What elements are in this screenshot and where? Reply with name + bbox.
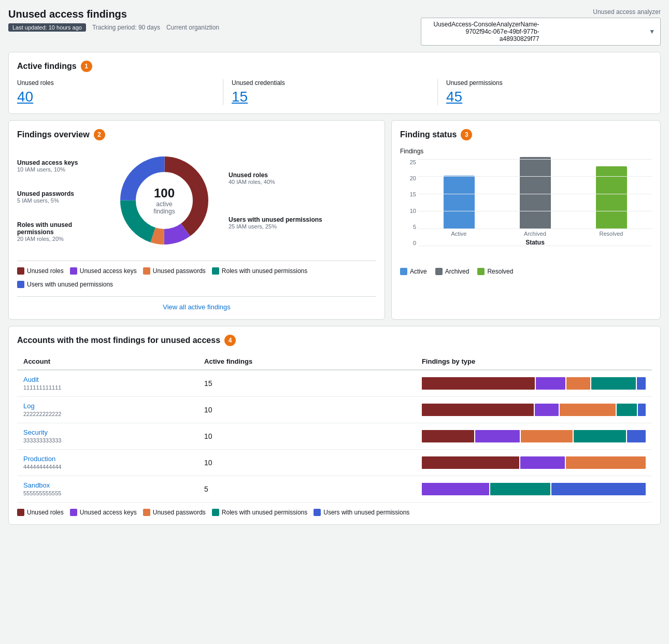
metric-unused-credentials-value[interactable]: 15 xyxy=(232,89,429,105)
table-row: Log22222222222210 xyxy=(17,397,652,423)
bar-segment xyxy=(475,430,520,442)
account-id: 111111111111 xyxy=(23,384,61,391)
account-name-link[interactable]: Audit xyxy=(23,376,192,383)
bar-resolved: Resolved xyxy=(581,166,642,237)
tracking-period: Tracking period: 90 days xyxy=(92,24,160,31)
legend-dot xyxy=(143,509,150,516)
bar-segment xyxy=(535,404,559,416)
bar-stack xyxy=(422,404,646,416)
finding-status-badge: 3 xyxy=(461,129,472,140)
analyzer-value: UusedAccess-ConsoleAnalyzerName-9702f94c… xyxy=(426,21,539,42)
donut-label-users-unused: Users with unused permissions 25 IAM use… xyxy=(229,216,322,230)
donut-unused-passwords-sub: 5 IAM users, 5% xyxy=(17,197,100,204)
bar-segment xyxy=(617,404,637,416)
legend-dot xyxy=(70,509,77,516)
donut-center-text: activefindings xyxy=(153,201,175,215)
donut-label-passwords: Unused access keys 10 IAM users, 10% xyxy=(17,159,100,173)
legend-item: Users with unused permissions xyxy=(314,509,409,516)
legend-item: Unused roles xyxy=(17,509,64,516)
bar-segment xyxy=(591,377,636,390)
accounts-legend: Unused rolesUnused access keysUnused pas… xyxy=(17,509,652,516)
findings-overview-badge: 2 xyxy=(94,129,105,140)
table-row: Audit11111111111115 xyxy=(17,370,652,397)
account-name-link[interactable]: Production xyxy=(23,455,192,463)
active-count: 5 xyxy=(204,485,208,493)
active-findings-badge: 1 xyxy=(81,61,92,72)
active-count: 15 xyxy=(204,379,212,388)
account-id: 555555555555 xyxy=(23,490,61,496)
donut-label-roles-unused: Roles with unused permissions 20 IAM rol… xyxy=(17,221,100,242)
bar-stack xyxy=(422,430,646,442)
metric-unused-permissions-label: Unused permissions xyxy=(446,79,644,87)
analyzer-label: Unused access analyzer xyxy=(421,8,661,16)
finding-status-card: Finding status 3 Findings 25 20 15 10 5 … xyxy=(391,120,661,320)
col-account: Account xyxy=(17,353,198,370)
metric-unused-roles: Unused roles 40 xyxy=(17,79,223,105)
bar-segment xyxy=(520,456,565,469)
active-findings-card: Active findings 1 Unused roles 40 Unused… xyxy=(8,52,661,114)
bar-segment xyxy=(521,430,573,442)
bar-archived: Archived xyxy=(505,157,565,237)
findings-metrics: Unused roles 40 Unused credentials 15 Un… xyxy=(17,79,652,105)
metric-unused-credentials: Unused credentials 15 xyxy=(223,79,438,105)
legend-dot xyxy=(212,509,219,516)
bar-segment xyxy=(560,404,616,416)
bar-segment xyxy=(422,404,534,416)
donut-chart: 100 activefindings xyxy=(112,149,216,252)
bar-segment xyxy=(566,377,590,390)
legend-item: Unused passwords xyxy=(143,509,206,516)
analyzer-select[interactable]: UusedAccess-ConsoleAnalyzerName-9702f94c… xyxy=(421,18,661,46)
col-active-findings: Active findings xyxy=(198,353,416,370)
bar-segment xyxy=(637,377,646,390)
legend-item: Unused access keys xyxy=(70,509,137,516)
account-name-link[interactable]: Security xyxy=(23,428,192,436)
metric-unused-permissions: Unused permissions 45 xyxy=(438,79,652,105)
bar-segment xyxy=(536,377,565,390)
donut-label-unused-roles: Unused roles 40 IAM roles, 40% xyxy=(229,171,322,185)
col-findings-by-type: Findings by type xyxy=(416,353,652,370)
findings-chart-label: Findings xyxy=(400,148,652,155)
metric-unused-roles-label: Unused roles xyxy=(17,79,215,87)
accounts-badge: 4 xyxy=(224,335,236,346)
active-count: 10 xyxy=(204,406,212,414)
last-updated-badge: Last updated: 10 hours ago xyxy=(8,23,86,32)
legend-dot xyxy=(314,509,321,516)
active-findings-title: Active findings xyxy=(17,62,77,71)
bar-segment xyxy=(566,456,646,469)
bar-segment xyxy=(551,483,646,495)
finding-status-title: Finding status xyxy=(400,130,457,139)
donut-label-access-keys: Unused passwords 5 IAM users, 5% xyxy=(17,190,100,204)
legend-item: Roles with unused permissions xyxy=(212,509,307,516)
accounts-card: Accounts with the most findings for unus… xyxy=(8,326,661,525)
account-name-link[interactable]: Log xyxy=(23,402,192,410)
accounts-table: Account Active findings Findings by type… xyxy=(17,353,652,503)
legend-dot xyxy=(17,509,24,516)
bar-segment xyxy=(422,377,535,390)
account-name-link[interactable]: Sandbox xyxy=(23,481,192,489)
table-row: Sandbox5555555555555 xyxy=(17,476,652,503)
page-title: Unused access findings xyxy=(8,8,219,20)
bar-segment xyxy=(422,430,474,442)
table-row: Security33333333333310 xyxy=(17,423,652,450)
overview-legend: Unused roles Unused access keys Unused p… xyxy=(17,261,376,288)
metric-unused-permissions-value[interactable]: 45 xyxy=(446,89,644,105)
findings-overview-title: Findings overview xyxy=(17,130,90,139)
bar-segment xyxy=(422,456,519,469)
chevron-down-icon: ▼ xyxy=(543,28,655,35)
x-axis-label: Status xyxy=(418,239,652,246)
metric-unused-credentials-label: Unused credentials xyxy=(232,79,429,87)
bar-stack xyxy=(422,456,646,469)
organization: Current organiztion xyxy=(166,24,219,31)
bar-segment xyxy=(574,430,626,442)
account-id: 333333333333 xyxy=(23,437,61,443)
findings-overview-card: Findings overview 2 Unused access keys 1… xyxy=(8,120,385,320)
metric-unused-roles-value[interactable]: 40 xyxy=(17,89,215,105)
table-row: Production44444444444410 xyxy=(17,450,652,476)
view-all-link[interactable]: View all active findings xyxy=(163,303,231,311)
status-legend: Active Archived Resolved xyxy=(400,268,652,275)
accounts-title: Accounts with the most findings for unus… xyxy=(17,336,220,345)
bar-active: Active xyxy=(429,176,489,237)
bar-segment xyxy=(422,483,489,495)
bar-segment xyxy=(490,483,551,495)
donut-center-num: 100 xyxy=(153,186,175,201)
